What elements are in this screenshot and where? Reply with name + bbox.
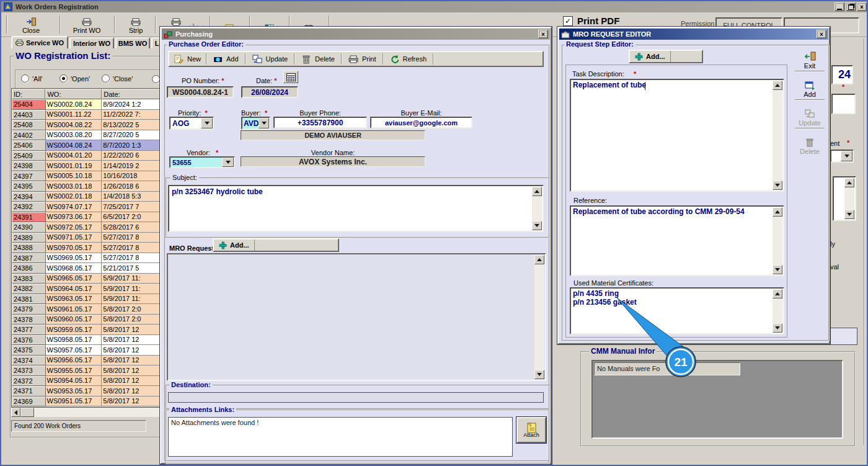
- row-wo-cell[interactable]: WS0965.05.17: [46, 274, 102, 284]
- row-id-cell[interactable]: 25404: [12, 99, 46, 110]
- table-row[interactable]: 24375WS0957.05.175/8/2017 12: [12, 345, 162, 356]
- row-id-cell[interactable]: 24395: [12, 181, 46, 192]
- row-id-cell[interactable]: 24377: [12, 325, 46, 335]
- row-id-cell[interactable]: 24374: [12, 356, 46, 366]
- strip-button[interactable]: Strip: [118, 14, 154, 34]
- row-wo-cell[interactable]: WS0956.05.17: [46, 356, 102, 366]
- buyer-dropdown[interactable]: AVD: [241, 117, 270, 130]
- row-id-cell[interactable]: 24389: [12, 233, 46, 243]
- mro-add-button[interactable]: Add...: [214, 240, 255, 251]
- hscroll-thumb[interactable]: [20, 408, 34, 417]
- table-row[interactable]: 24371WS0953.05.175/8/2017 12: [12, 386, 162, 397]
- mro-request-list[interactable]: [167, 253, 546, 381]
- table-row[interactable]: 24386WS0968.05.175/21/2017 5: [12, 263, 162, 274]
- row-wo-cell[interactable]: WS0955.05.17: [46, 365, 102, 376]
- row-date-cell[interactable]: 5/8/2017 12: [102, 335, 162, 346]
- step-delete-button[interactable]: Delete: [796, 132, 823, 155]
- step-add-button[interactable]: Add...: [630, 51, 671, 62]
- row-wo-cell[interactable]: WS0001.11.22: [46, 110, 102, 120]
- attachments-list[interactable]: No Attachments were found !: [168, 417, 513, 457]
- close-button[interactable]: Close: [11, 14, 51, 34]
- row-id-cell[interactable]: 24394: [12, 192, 46, 202]
- row-date-cell[interactable]: 5/9/2017 11:: [102, 294, 162, 305]
- row-date-cell[interactable]: 5/8/2017 2:0: [102, 315, 162, 325]
- row-wo-cell[interactable]: WS0954.05.17: [46, 376, 102, 387]
- row-date-cell[interactable]: 5/8/2017 12: [102, 365, 162, 376]
- row-wo-cell[interactable]: WS0953.05.17: [46, 386, 102, 397]
- table-row[interactable]: 24381WS0963.05.175/9/2017 11:: [12, 294, 162, 305]
- row-date-cell[interactable]: 5/9/2017 11:: [102, 284, 162, 294]
- new-button[interactable]: New: [169, 55, 206, 64]
- close-window-button[interactable]: ×: [857, 2, 867, 11]
- table-row[interactable]: 24382WS0964.05.175/9/2017 11:: [12, 284, 162, 294]
- row-date-cell[interactable]: 5/9/2017 11:: [102, 274, 162, 284]
- row-date-cell[interactable]: 5/8/2017 12: [102, 325, 162, 335]
- row-wo-cell[interactable]: WS0960.05.17: [46, 315, 102, 325]
- row-wo-cell[interactable]: WS0004.08.22: [46, 120, 102, 130]
- row-id-cell[interactable]: 24403: [12, 110, 46, 120]
- table-row[interactable]: 24397WS0005.10.1810/16/2018: [12, 171, 162, 182]
- table-hscrollbar[interactable]: [11, 408, 162, 417]
- row-id-cell[interactable]: 24402: [12, 130, 46, 141]
- row-date-cell[interactable]: 8/13/2022 5: [102, 120, 162, 130]
- row-wo-cell[interactable]: WS0004.08.24: [46, 140, 102, 151]
- filter-partial[interactable]: [152, 74, 160, 86]
- add-button[interactable]: Add: [207, 55, 245, 64]
- priority-dropdown[interactable]: AOG: [169, 117, 214, 130]
- dropdown-arrow-icon[interactable]: [201, 118, 213, 128]
- partial-empty-field[interactable]: [831, 94, 856, 114]
- table-row[interactable]: 24374WS0956.05.175/8/2017 12: [12, 356, 162, 366]
- row-id-cell[interactable]: 24378: [12, 315, 46, 325]
- row-wo-cell[interactable]: WS0002.08.24: [46, 99, 102, 110]
- wo-table[interactable]: ID: WO: Date: 25404WS0002.08.248/9/2024 …: [11, 88, 163, 408]
- attach-button[interactable]: Attach: [516, 417, 546, 443]
- vertical-scrollbar[interactable]: [773, 207, 782, 274]
- row-id-cell[interactable]: 24369: [12, 397, 46, 407]
- dropdown-arrow-icon[interactable]: [259, 118, 269, 128]
- table-row[interactable]: 24376WS0958.05.175/8/2017 12: [12, 335, 162, 346]
- filter-close[interactable]: 'Close': [102, 74, 133, 83]
- row-wo-cell[interactable]: WS0003.01.18: [46, 181, 102, 192]
- table-row[interactable]: 24377WS0959.05.175/8/2017 12: [12, 325, 162, 335]
- table-row[interactable]: 24403WS0001.11.2211/2/2022 7:: [12, 110, 162, 120]
- table-row[interactable]: 25406WS0004.08.248/7/2020 1:3: [12, 140, 162, 151]
- row-id-cell[interactable]: 24375: [12, 345, 46, 356]
- vertical-scrollbar[interactable]: [773, 81, 782, 190]
- buyer-email-field[interactable]: aviauser@google.com: [370, 117, 472, 128]
- buyer-phone-field[interactable]: +3355787900: [273, 117, 367, 128]
- task-description-textarea[interactable]: Replacement of tube: [570, 79, 784, 192]
- row-wo-cell[interactable]: WS0003.08.20: [46, 130, 102, 141]
- row-date-cell[interactable]: 5/27/2017 8: [102, 243, 162, 253]
- table-row[interactable]: 24383WS0965.05.175/9/2017 11:: [12, 274, 162, 284]
- vertical-scrollbar[interactable]: [773, 289, 782, 333]
- row-wo-cell[interactable]: WS0005.10.18: [46, 171, 102, 182]
- subject-textarea[interactable]: p/n 3253467 hydrolic tube: [168, 185, 544, 232]
- row-wo-cell[interactable]: WS0002.01.18: [46, 192, 102, 202]
- row-wo-cell[interactable]: WS0969.05.17: [46, 253, 102, 264]
- vertical-scrollbar[interactable]: [844, 178, 854, 219]
- table-row[interactable]: 24379WS0961.05.175/8/2017 2:0: [12, 304, 162, 315]
- table-row[interactable]: 25408WS0004.08.228/13/2022 5: [12, 120, 162, 130]
- radio-all[interactable]: [21, 74, 29, 83]
- row-id-cell[interactable]: 24398: [12, 161, 46, 171]
- update-button[interactable]: Update: [246, 55, 294, 64]
- row-date-cell[interactable]: 11/2/2022 7:: [102, 110, 162, 120]
- row-wo-cell[interactable]: WS0963.05.17: [46, 294, 102, 305]
- row-id-cell[interactable]: 25409: [12, 151, 46, 161]
- step-update-button[interactable]: Update: [796, 103, 823, 127]
- row-date-cell[interactable]: 8/27/2020 5: [102, 130, 162, 141]
- row-id-cell[interactable]: 24383: [12, 274, 46, 284]
- step-add-side-button[interactable]: Add: [796, 74, 823, 98]
- partial-dropdown[interactable]: [830, 150, 854, 163]
- row-date-cell[interactable]: 5/8/2017 12: [102, 376, 162, 387]
- row-date-cell[interactable]: 1/14/2019 2: [102, 161, 162, 171]
- print-button[interactable]: Print: [342, 55, 383, 63]
- row-id-cell[interactable]: 24397: [12, 171, 46, 182]
- row-date-cell[interactable]: 5/27/2017 8: [102, 253, 162, 264]
- filter-all[interactable]: 'All': [21, 74, 42, 83]
- row-date-cell[interactable]: 5/8/2017 12: [102, 397, 162, 407]
- tab-service-wo[interactable]: Service WO: [11, 36, 68, 48]
- tab-bms-wo[interactable]: BMS WO: [115, 37, 150, 48]
- row-wo-cell[interactable]: WS0001.01.19: [46, 161, 102, 171]
- radio-open[interactable]: [60, 74, 68, 83]
